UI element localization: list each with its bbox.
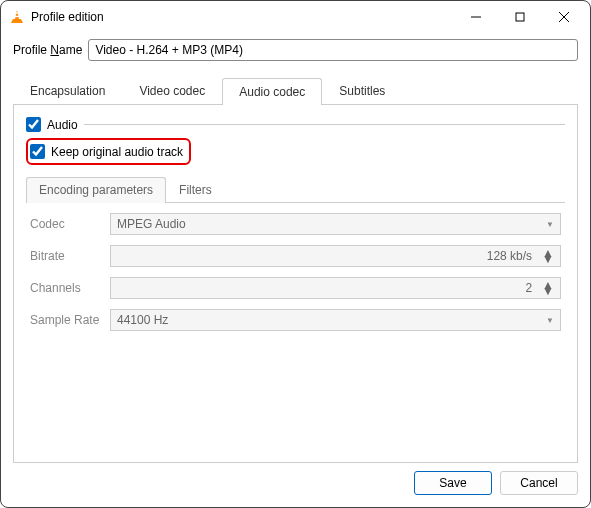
tab-video-codec[interactable]: Video codec (122, 77, 222, 104)
keep-original-highlight: Keep original audio track (26, 138, 191, 165)
titlebar: Profile edition (1, 1, 590, 33)
main-tabs: Encapsulation Video codec Audio codec Su… (13, 77, 578, 105)
keep-original-label: Keep original audio track (51, 145, 183, 159)
bitrate-spinner[interactable]: 128 kb/s ▲▼ (110, 245, 561, 267)
close-icon (559, 12, 569, 22)
sub-tabs: Encoding parameters Filters (26, 177, 565, 203)
maximize-button[interactable] (498, 2, 542, 32)
audio-checkbox-label: Audio (47, 118, 78, 132)
audio-checkbox[interactable] (26, 117, 41, 132)
encoding-form: Codec MPEG Audio ▼ Bitrate 128 kb/s ▲▼ C… (26, 203, 565, 341)
content-area: Profile Name Encapsulation Video codec A… (1, 33, 590, 507)
spinner-icon: ▲▼ (542, 250, 554, 262)
keep-original-checkbox[interactable] (30, 144, 45, 159)
channels-spinner[interactable]: 2 ▲▼ (110, 277, 561, 299)
window-title: Profile edition (31, 10, 454, 24)
samplerate-value: 44100 Hz (117, 313, 546, 327)
chevron-down-icon: ▼ (546, 220, 554, 229)
minimize-button[interactable] (454, 2, 498, 32)
bitrate-label: Bitrate (30, 249, 110, 263)
minimize-icon (471, 12, 481, 22)
close-button[interactable] (542, 2, 586, 32)
codec-value: MPEG Audio (117, 217, 546, 231)
tab-panel-audio: Audio Keep original audio track Encoding… (13, 105, 578, 463)
svg-rect-3 (516, 13, 524, 21)
chevron-down-icon: ▼ (546, 316, 554, 325)
divider (84, 124, 565, 125)
channels-value: 2 (117, 281, 538, 295)
channels-label: Channels (30, 281, 110, 295)
audio-enable-row: Audio (26, 115, 565, 134)
profile-name-label: Profile Name (13, 43, 82, 57)
cancel-button[interactable]: Cancel (500, 471, 578, 495)
samplerate-select[interactable]: 44100 Hz ▼ (110, 309, 561, 331)
codec-select[interactable]: MPEG Audio ▼ (110, 213, 561, 235)
samplerate-label: Sample Rate (30, 313, 110, 327)
save-button[interactable]: Save (414, 471, 492, 495)
sub-tab-filters[interactable]: Filters (166, 177, 225, 202)
svg-rect-1 (15, 16, 20, 17)
tab-audio-codec[interactable]: Audio codec (222, 78, 322, 105)
tab-subtitles[interactable]: Subtitles (322, 77, 402, 104)
profile-name-row: Profile Name (13, 39, 578, 61)
sub-tab-encoding[interactable]: Encoding parameters (26, 177, 166, 203)
profile-name-input[interactable] (88, 39, 578, 61)
window-controls (454, 2, 586, 32)
tab-encapsulation[interactable]: Encapsulation (13, 77, 122, 104)
spinner-icon: ▲▼ (542, 282, 554, 294)
svg-rect-0 (15, 13, 18, 14)
dialog-footer: Save Cancel (13, 463, 578, 495)
maximize-icon (515, 12, 525, 22)
vlc-icon (9, 9, 25, 25)
codec-label: Codec (30, 217, 110, 231)
bitrate-value: 128 kb/s (117, 249, 538, 263)
